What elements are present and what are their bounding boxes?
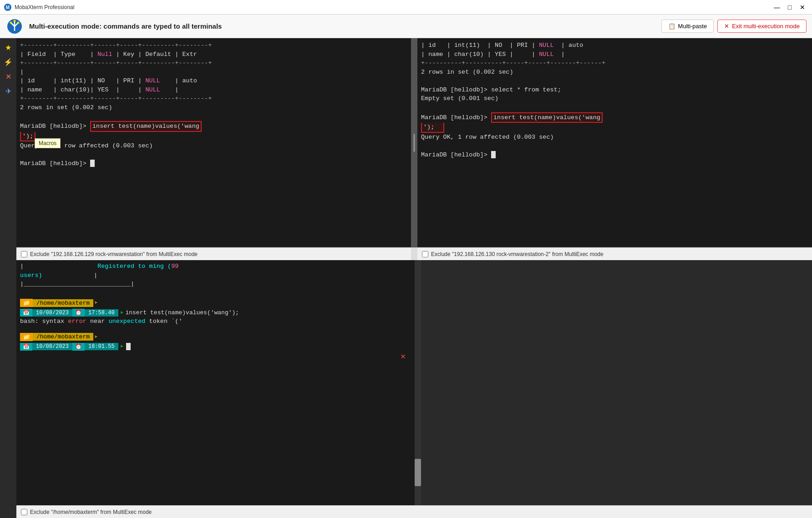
clock-icon-2: ⏰ bbox=[72, 343, 85, 351]
exclude-bar-right: Exclude "192.168.126.130 rock-vmwarestat… bbox=[417, 247, 812, 260]
sidebar-item-sessions[interactable]: ⚡ bbox=[2, 55, 15, 68]
sidebar-item-bookmarks[interactable]: ★ bbox=[2, 41, 15, 54]
content-area: Macros +--------+---------+------+-----+… bbox=[16, 38, 812, 518]
panels-container: Macros +--------+---------+------+-----+… bbox=[16, 38, 812, 518]
bottom-row: | Registered to ming (99 users) | |_____… bbox=[16, 260, 812, 505]
clock-icon-1: ⏰ bbox=[72, 309, 85, 317]
bash-error: bash: syntax error near unexpected token… bbox=[20, 317, 411, 326]
cmd-arrow-2: ➤ bbox=[120, 343, 124, 350]
main-area: ★ ⚡ ✕ ✈ Macros +--------+---------+-----… bbox=[0, 38, 812, 518]
maximize-button[interactable]: □ bbox=[784, 2, 796, 12]
spacer bbox=[20, 326, 411, 332]
divider-handle bbox=[413, 134, 415, 152]
path-block-1: 📁 /home/mobaxterm ➤ bbox=[20, 299, 411, 307]
exclude-right-label: Exclude "192.168.126.130 rock-vmwarestat… bbox=[431, 251, 604, 257]
title-bar: M MobaXterm Professional — □ ✕ bbox=[0, 0, 812, 15]
toolbar-buttons: 📋 Multi-paste ✕ Exit multi-execution mod… bbox=[661, 20, 807, 33]
folder-icon-1: 📁 bbox=[20, 299, 33, 307]
app-icon: M bbox=[4, 3, 12, 11]
sidebar-item-close[interactable]: ✕ bbox=[2, 70, 15, 83]
exclude-right-checkbox[interactable] bbox=[422, 251, 428, 257]
window-controls: — □ ✕ bbox=[771, 2, 808, 12]
path-arrow-1: ➤ bbox=[94, 299, 98, 307]
path-block-2: 📁 /home/mobaxterm ➤ bbox=[20, 333, 411, 341]
cmd-text-1: insert test(name)values('wang'); bbox=[125, 309, 239, 316]
title-bar-left: M MobaXterm Professional bbox=[4, 3, 74, 11]
vertical-divider[interactable] bbox=[411, 38, 417, 247]
macros-tooltip: Macros bbox=[35, 138, 61, 148]
terminal-right: | id | int(11) | NO | PRI | NULL | auto … bbox=[417, 38, 812, 247]
window-title: MobaXterm Professional bbox=[15, 4, 74, 10]
cmd-arrow-1: ➤ bbox=[120, 309, 124, 317]
exclude-bar-bottom: Exclude "/home/mobaxterm" from MultiExec… bbox=[16, 505, 812, 518]
toolbar-title: Multi-execution mode: commands are typed… bbox=[29, 22, 656, 30]
date-text-1: 10/08/2023 bbox=[32, 309, 72, 317]
multipaste-label: Multi-paste bbox=[678, 23, 707, 30]
terminal-left: Macros +--------+---------+------+-----+… bbox=[16, 38, 411, 247]
scrollbar-thumb[interactable] bbox=[415, 459, 421, 486]
exclude-bar-left: Exclude "192.168.126.129 rock-vmwarestat… bbox=[16, 247, 411, 260]
path-text-2: /home/mobaxterm bbox=[33, 333, 93, 341]
svg-point-8 bbox=[17, 21, 20, 24]
multipaste-button[interactable]: 📋 Multi-paste bbox=[661, 20, 714, 33]
calendar-icon-2: 📅 bbox=[20, 343, 32, 351]
date-block-1: 📅 10/08/2023 ⏰ 17:58.40 ➤ insert test(na… bbox=[20, 309, 411, 317]
time-text-1: 17:58.40 bbox=[85, 309, 118, 317]
time-text-2: 18:01.55 bbox=[85, 343, 118, 350]
terminal-left-content: +--------+---------+------+-----+-------… bbox=[20, 41, 407, 168]
svg-point-6 bbox=[10, 21, 12, 24]
folder-icon-2: 📁 bbox=[20, 333, 33, 341]
path-text-1: /home/mobaxterm bbox=[33, 299, 93, 307]
exclude-divider bbox=[411, 247, 417, 260]
logo-icon bbox=[6, 18, 23, 35]
terminal-right-content: | id | int(11) | NO | PRI | NULL | auto … bbox=[421, 41, 808, 159]
exclude-left-label: Exclude "192.168.126.129 rock-vmwarestat… bbox=[30, 251, 198, 257]
sidebar-item-sftp[interactable]: ✈ bbox=[2, 85, 15, 97]
paste-icon: 📋 bbox=[668, 23, 675, 30]
close-button[interactable]: ✕ bbox=[797, 2, 808, 12]
exclude-bottom-checkbox[interactable] bbox=[21, 509, 27, 515]
exit-icon: ✕ bbox=[724, 23, 729, 30]
exclude-bottom-label: Exclude "/home/mobaxterm" from MultiExec… bbox=[30, 509, 152, 515]
right-empty bbox=[421, 260, 812, 505]
error-marker: ✕ bbox=[401, 351, 406, 361]
minimize-button[interactable]: — bbox=[771, 2, 783, 12]
svg-text:M: M bbox=[6, 5, 10, 10]
svg-point-7 bbox=[14, 20, 16, 22]
exit-label: Exit multi-execution mode bbox=[732, 23, 800, 30]
exit-multiexec-button[interactable]: ✕ Exit multi-execution mode bbox=[717, 20, 807, 33]
exclude-left-checkbox[interactable] bbox=[21, 251, 27, 257]
bottom-terminal: | Registered to ming (99 users) | |_____… bbox=[16, 260, 415, 505]
date-block-2: 📅 10/08/2023 ⏰ 18:01.55 ➤ bbox=[20, 343, 411, 351]
scrollbar[interactable] bbox=[415, 260, 421, 505]
toolbar: Multi-execution mode: commands are typed… bbox=[0, 15, 812, 38]
date-text-2: 10/08/2023 bbox=[32, 343, 72, 350]
path-arrow-2: ➤ bbox=[94, 333, 98, 341]
app-logo bbox=[5, 17, 24, 35]
cursor-2 bbox=[126, 343, 131, 350]
bottom-terminal-content: | Registered to ming (99 users) | |_____… bbox=[20, 262, 411, 297]
top-terminal-row: Macros +--------+---------+------+-----+… bbox=[16, 38, 812, 247]
side-panel: ★ ⚡ ✕ ✈ bbox=[0, 38, 16, 518]
calendar-icon-1: 📅 bbox=[20, 309, 32, 317]
exclude-bars-top: Exclude "192.168.126.129 rock-vmwarestat… bbox=[16, 247, 812, 260]
